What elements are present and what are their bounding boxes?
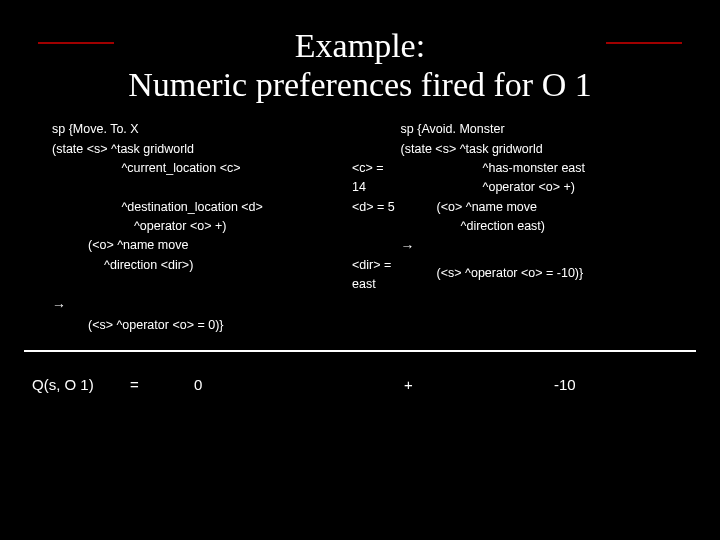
- left-line: (state <s> ^task gridworld: [52, 140, 401, 159]
- right-line: ^direction east): [401, 217, 696, 236]
- title-area: Example: Numeric preferences fired for O…: [38, 26, 682, 104]
- left-line: ^current_location <c>: [52, 159, 352, 198]
- binding-value: <d> = 5: [352, 198, 395, 217]
- binding-value: <dir> = east: [352, 256, 401, 295]
- slide-title: Example: Numeric preferences fired for O…: [114, 26, 605, 104]
- left-line: sp {Move. To. X: [52, 120, 401, 139]
- term-minus10: -10: [554, 376, 696, 393]
- plus-sign: +: [404, 376, 554, 393]
- right-line: (state <s> ^task gridworld: [401, 140, 696, 159]
- left-line: ^operator <o> +): [52, 217, 401, 236]
- equation-row: Q(s, O 1) = 0 + -10: [0, 352, 720, 393]
- arrow-icon: →: [401, 236, 696, 258]
- right-line: ^has-monster east: [401, 159, 696, 178]
- title-line2: Numeric preferences fired for O 1: [128, 66, 591, 103]
- left-line: ^destination_location <d>: [52, 198, 352, 217]
- left-text: ^direction <dir>): [104, 258, 193, 272]
- binding-value: <c> = 14: [352, 159, 401, 198]
- left-text: ^destination_location <d>: [121, 200, 262, 214]
- left-line: (<s> ^operator <o> = 0)}: [52, 316, 401, 335]
- content-columns: sp {Move. To. X (state <s> ^task gridwor…: [0, 104, 720, 335]
- left-line: ^direction <dir>): [52, 256, 352, 295]
- right-rule-block: sp {Avoid. Monster (state <s> ^task grid…: [401, 120, 696, 335]
- right-line: (<o> ^name move: [401, 198, 696, 217]
- left-rule-block: sp {Move. To. X (state <s> ^task gridwor…: [52, 120, 401, 335]
- equals-sign: =: [130, 376, 194, 393]
- right-line: (<s> ^operator <o> = -10)}: [401, 258, 696, 283]
- qs-label: Q(s, O 1): [24, 376, 130, 393]
- left-text: ^current_location <c>: [121, 161, 240, 175]
- right-line: ^operator <o> +): [401, 178, 696, 197]
- right-line: sp {Avoid. Monster: [401, 120, 696, 139]
- left-line: (<o> ^name move: [52, 236, 401, 255]
- arrow-icon: →: [52, 295, 401, 317]
- title-line1: Example:: [295, 27, 425, 64]
- term-zero: 0: [194, 376, 404, 393]
